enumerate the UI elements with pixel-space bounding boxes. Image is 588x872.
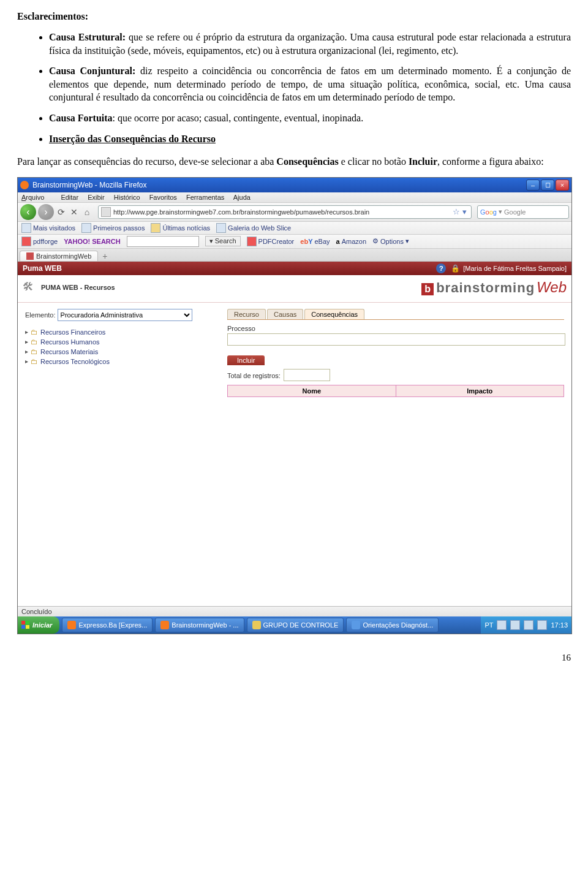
toolbar-pdfcreator[interactable]: PDFCreator — [247, 237, 295, 246]
toolbar-search-input[interactable] — [127, 236, 199, 247]
minimize-button[interactable]: – — [526, 180, 540, 191]
bookmark-galeria-web-slice[interactable]: Galeria do Web Slice — [216, 223, 291, 233]
instruction-paragraph: Para lançar as consequências do recurso,… — [17, 155, 571, 169]
browser-tab[interactable]: BrainstormingWeb — [20, 251, 98, 261]
app-body: Elemento: Procuradoria Administrativa ▸🗀… — [18, 303, 571, 409]
tree-recursos-financeiros[interactable]: ▸🗀Recursos Financeiros — [25, 327, 209, 337]
tray-icon[interactable] — [524, 620, 533, 630]
expand-icon: ▸ — [25, 328, 28, 335]
task-orientacoes[interactable]: Orientações Diagnóst... — [346, 618, 439, 632]
start-button[interactable]: Iniciar — [18, 616, 59, 634]
esclarecimentos-heading: Esclarecimentos: — [17, 11, 571, 22]
task-brainstorming[interactable]: BrainstormingWeb - ... — [155, 618, 244, 632]
elemento-select[interactable]: Procuradoria Administrativa — [58, 309, 192, 321]
firefox-icon — [67, 621, 76, 629]
new-tab-button[interactable]: + — [98, 251, 111, 261]
folder-icon — [252, 621, 261, 629]
browser-menubar: Arquivo Editar Exibir Histórico Favorito… — [18, 192, 571, 202]
bookmark-mais-visitados[interactable]: Mais visitados — [21, 223, 75, 233]
back-button[interactable]: ‹ — [20, 204, 36, 220]
app-title: PUMA WEB - Recursos — [41, 284, 115, 291]
tray-lang[interactable]: PT — [484, 621, 493, 629]
reload-button[interactable]: ⟳ — [56, 207, 67, 218]
bullet-list: Causa Estrutural: que se refere ou é pró… — [17, 31, 571, 145]
tab-favicon — [26, 252, 34, 260]
incluir-button[interactable]: Incluir — [227, 355, 265, 365]
toolbar-amazon[interactable]: aAmazon — [336, 238, 366, 245]
menu-favoritos[interactable]: Favoritos — [149, 194, 177, 201]
para-incluir: Incluir — [409, 156, 437, 167]
page-icon — [81, 223, 91, 233]
folder-icon: 🗀 — [31, 338, 38, 346]
menu-editar[interactable]: Editar — [61, 194, 78, 201]
expand-icon: ▸ — [25, 348, 28, 355]
menu-ferramentas[interactable]: Ferramentas — [186, 194, 224, 201]
left-panel: Elemento: Procuradoria Administrativa ▸🗀… — [25, 309, 209, 397]
task-expresso[interactable]: Expresso.Ba [Expres... — [62, 618, 153, 632]
tab-recurso[interactable]: Recurso — [227, 309, 266, 319]
tray-icon[interactable] — [497, 620, 507, 630]
bookmark-ultimas-noticias[interactable]: Últimas notícias — [151, 223, 210, 233]
home-button[interactable]: ⌂ — [81, 207, 92, 218]
forward-button[interactable]: › — [38, 204, 54, 220]
stop-button[interactable]: ✕ — [69, 207, 80, 218]
label-estrutural: Causa Estrutural: — [49, 32, 126, 42]
processo-input[interactable] — [227, 333, 565, 346]
folder-icon: 🗀 — [31, 347, 38, 356]
word-icon — [352, 621, 360, 629]
total-registros-input[interactable] — [284, 369, 330, 381]
bookmarks-bar: Mais visitados Primeiros passos Últimas … — [18, 222, 571, 235]
search-placeholder: Google — [504, 208, 526, 216]
page-number: 16 — [17, 653, 571, 663]
expand-icon: ▸ — [25, 338, 28, 345]
firefox-icon — [20, 181, 29, 189]
processo-label: Processo — [227, 325, 564, 332]
url-bar[interactable]: http://www.pge.brainstormingweb7.com.br/… — [98, 205, 472, 219]
pdfforge-icon — [21, 237, 31, 246]
bullet-insercao: Inserção das Consequências do Recurso — [49, 132, 571, 146]
close-button[interactable]: × — [556, 180, 569, 191]
toolbar-pdfforge[interactable]: pdfforge — [21, 237, 58, 246]
text-fortuita: : que ocorre por acaso; casual, continge… — [113, 113, 364, 123]
gear-icon: ⚙ — [372, 237, 379, 245]
menu-ajuda[interactable]: Ajuda — [233, 194, 251, 201]
window-title: BrainstormingWeb - Mozilla Firefox — [32, 181, 147, 189]
app-header: 🛠 PUMA WEB - Recursos b brainstorming We… — [18, 275, 571, 303]
menu-arquivo[interactable]: Arquivo — [21, 194, 51, 201]
tree-recursos-materiais[interactable]: ▸🗀Recursos Materiais — [25, 347, 209, 357]
puma-title: Puma WEB — [23, 264, 62, 273]
menu-historico[interactable]: Histórico — [114, 194, 140, 201]
tray-icon[interactable] — [537, 620, 547, 630]
menu-exibir[interactable]: Exibir — [88, 194, 105, 201]
expand-icon: ▸ — [25, 358, 28, 365]
label-fortuita: Causa Fortuita — [49, 113, 113, 123]
bullet-estrutural: Causa Estrutural: que se refere ou é pró… — [49, 31, 571, 57]
para-post: , conforme a figura abaixo: — [437, 156, 544, 167]
para-consequencias: Consequências — [276, 156, 338, 167]
tree-recursos-humanos[interactable]: ▸🗀Recursos Humanos — [25, 337, 209, 347]
toolbar-options[interactable]: ⚙Options▾ — [372, 237, 409, 245]
google-icon: Goog — [480, 208, 497, 216]
tray-icon[interactable] — [510, 620, 520, 630]
ebay-icon: ebY — [300, 238, 312, 245]
tab-causas[interactable]: Causas — [267, 309, 303, 319]
maximize-button[interactable]: ◻ — [541, 180, 554, 191]
task-grupo-controle[interactable]: GRUPO DE CONTROLE — [247, 618, 344, 632]
browser-navbar: ‹ › ⟳ ✕ ⌂ http://www.pge.brainstormingwe… — [18, 202, 571, 222]
folder-icon — [21, 223, 31, 233]
bookmark-star-icon[interactable]: ☆ ▾ — [453, 207, 467, 216]
col-nome: Nome — [228, 385, 396, 396]
col-impacto: Impacto — [396, 385, 564, 396]
help-icon[interactable]: ? — [436, 263, 446, 273]
folder-icon: 🗀 — [31, 328, 38, 336]
toolbar-search-button[interactable]: ▾ Search — [205, 236, 241, 246]
system-tray: PT 17:13 — [481, 616, 571, 634]
folder-icon: 🗀 — [31, 357, 38, 366]
search-box[interactable]: Goog▾ Google — [477, 205, 569, 219]
toolbar-ebay[interactable]: ebYeBay — [300, 238, 330, 245]
tree-recursos-tecnologicos[interactable]: ▸🗀Recursos Tecnológicos — [25, 357, 209, 366]
brand-web: Web — [537, 279, 567, 296]
tab-consequencias[interactable]: Consequências — [304, 309, 364, 319]
inner-tabs: Recurso Causas Consequências — [227, 309, 564, 320]
bookmark-primeiros-passos[interactable]: Primeiros passos — [81, 223, 145, 233]
